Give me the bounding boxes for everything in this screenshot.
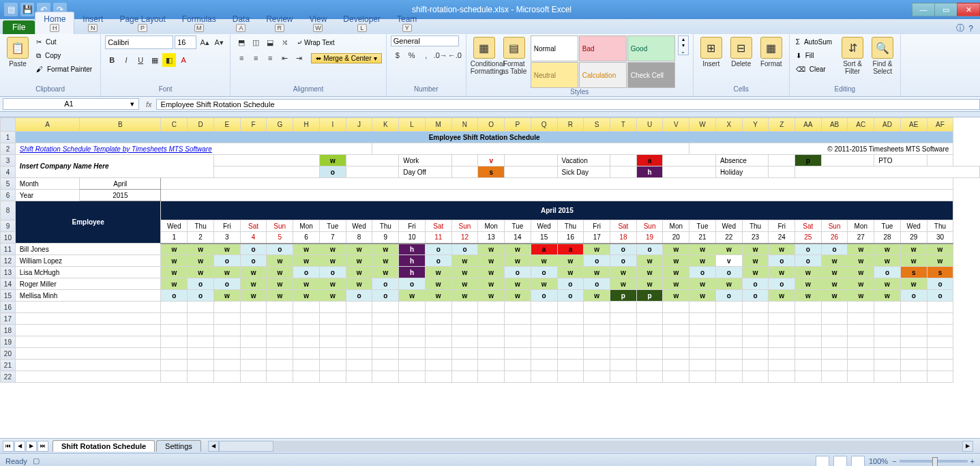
cell[interactable] <box>769 348 795 360</box>
col-header[interactable]: AB <box>821 118 848 132</box>
cell[interactable] <box>636 371 663 383</box>
cell[interactable] <box>319 348 346 360</box>
cell[interactable] <box>188 371 214 383</box>
format-cells-button[interactable]: ▦Format <box>758 35 785 68</box>
shift-cell[interactable]: o <box>769 278 795 290</box>
shift-cell[interactable]: o <box>900 290 927 302</box>
col-header[interactable]: Y <box>742 118 769 132</box>
cell[interactable] <box>848 371 874 383</box>
cell[interactable] <box>399 313 426 325</box>
col-header[interactable]: C <box>161 118 188 132</box>
shift-cell[interactable]: o <box>769 255 795 267</box>
cell[interactable] <box>293 371 320 383</box>
cell[interactable] <box>188 348 214 360</box>
shift-cell[interactable]: w <box>293 244 320 255</box>
cell[interactable] <box>267 313 293 325</box>
shift-cell[interactable]: s <box>927 267 953 278</box>
decrease-font-icon[interactable]: A▾ <box>212 35 226 49</box>
cell[interactable] <box>769 336 795 348</box>
tab-view[interactable]: ViewW <box>301 12 336 34</box>
cell[interactable] <box>267 336 293 348</box>
cell[interactable] <box>927 302 953 313</box>
cell[interactable] <box>531 336 557 348</box>
align-middle-icon[interactable]: ◫ <box>249 35 263 49</box>
select-all[interactable] <box>1 118 16 132</box>
shift-cell[interactable]: w <box>505 244 531 255</box>
increase-decimal-icon[interactable]: .0→ <box>434 48 447 62</box>
cell[interactable] <box>505 348 531 360</box>
shift-cell[interactable]: o <box>188 290 214 302</box>
horizontal-scrollbar[interactable]: ◀▶ <box>208 441 973 452</box>
col-header[interactable]: R <box>557 118 584 132</box>
cell[interactable] <box>663 313 689 325</box>
row-header[interactable]: 3 <box>1 155 16 166</box>
cell[interactable] <box>451 325 478 336</box>
shift-cell[interactable]: o <box>399 278 426 290</box>
shift-cell[interactable]: w <box>478 267 505 278</box>
shift-cell[interactable]: w <box>267 255 293 267</box>
shift-cell[interactable]: w <box>663 290 689 302</box>
merge-center-button[interactable]: ⬌ Merge & Center ▾ <box>311 53 382 63</box>
template-link[interactable]: Shift Rotation Schedule Template by Time… <box>15 143 372 155</box>
row-header[interactable]: 6 <box>1 190 16 201</box>
row-header[interactable]: 15 <box>1 290 16 302</box>
indent-inc-icon[interactable]: ⇥ <box>292 51 306 65</box>
row-header[interactable]: 1 <box>1 132 16 143</box>
shift-cell[interactable]: o <box>610 255 637 267</box>
sheet-tab-shift-rotation-schedule[interactable]: Shift Rotation Schedule <box>53 440 155 452</box>
comma-button[interactable]: , <box>419 48 433 62</box>
col-header[interactable]: AA <box>795 118 822 132</box>
sort-filter-button[interactable]: ⇵Sort & Filter <box>839 35 866 75</box>
cell[interactable] <box>821 302 848 313</box>
shift-cell[interactable]: w <box>769 267 795 278</box>
shift-cell[interactable]: p <box>636 290 663 302</box>
cell[interactable] <box>346 360 372 371</box>
cell[interactable] <box>900 302 927 313</box>
shift-cell[interactable]: o <box>715 267 742 278</box>
align-left-icon[interactable]: ≡ <box>235 51 248 65</box>
row-header[interactable]: 17 <box>1 313 16 325</box>
shift-cell[interactable]: w <box>505 255 531 267</box>
cell[interactable] <box>584 371 610 383</box>
cell[interactable] <box>399 371 426 383</box>
shift-cell[interactable]: w <box>848 278 874 290</box>
shift-cell[interactable]: w <box>557 267 584 278</box>
cell[interactable] <box>478 348 505 360</box>
shift-cell[interactable]: w <box>689 290 716 302</box>
shift-cell[interactable]: w <box>663 244 689 255</box>
decrease-decimal-icon[interactable]: ←.0 <box>448 48 462 62</box>
tab-insert[interactable]: InsertN <box>74 12 111 34</box>
col-header[interactable]: A <box>15 118 79 132</box>
shift-cell[interactable]: w <box>715 244 742 255</box>
shift-cell[interactable]: o <box>795 255 822 267</box>
col-header[interactable]: L <box>399 118 426 132</box>
shift-cell[interactable]: w <box>927 255 953 267</box>
shift-cell[interactable]: o <box>267 244 293 255</box>
cell[interactable] <box>769 302 795 313</box>
cell[interactable] <box>319 325 346 336</box>
col-header[interactable]: B <box>80 118 161 132</box>
row-header[interactable]: 19 <box>1 336 16 348</box>
shift-cell[interactable]: w <box>715 278 742 290</box>
cell[interactable] <box>900 371 927 383</box>
cell[interactable] <box>319 302 346 313</box>
cell[interactable] <box>240 336 267 348</box>
shift-cell[interactable]: o <box>240 244 267 255</box>
cell[interactable] <box>267 325 293 336</box>
month-value[interactable]: April <box>80 178 161 190</box>
row-header[interactable]: 11 <box>1 244 16 255</box>
cell[interactable] <box>425 313 451 325</box>
cell[interactable] <box>821 348 848 360</box>
cell[interactable] <box>531 302 557 313</box>
cell[interactable] <box>610 336 637 348</box>
cell[interactable] <box>346 348 372 360</box>
shift-cell[interactable]: w <box>188 255 214 267</box>
shift-cell[interactable]: w <box>531 255 557 267</box>
cell[interactable] <box>213 302 240 313</box>
shift-cell[interactable]: w <box>610 278 637 290</box>
shift-cell[interactable]: w <box>742 255 769 267</box>
col-header[interactable]: D <box>188 118 214 132</box>
maximize-button[interactable]: ▭ <box>934 3 957 16</box>
shift-cell[interactable]: w <box>425 278 451 290</box>
cell[interactable] <box>795 302 822 313</box>
